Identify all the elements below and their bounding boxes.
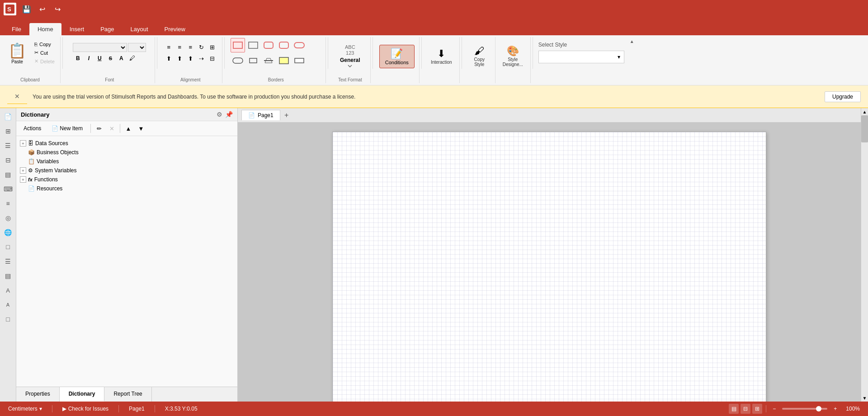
data-sources-expand[interactable]: +	[20, 140, 26, 147]
view-mode-2-button[interactable]: ⊟	[741, 404, 750, 414]
zoom-minus-button[interactable]: −	[770, 405, 778, 413]
upgrade-button[interactable]: Upgrade	[825, 91, 861, 102]
right-scrollbar[interactable]: ▲ ▼	[861, 108, 868, 402]
check-issues-button[interactable]: ▶ Check for Issues	[60, 405, 111, 413]
dictionary-pin-icon[interactable]: 📌	[225, 111, 233, 118]
underline-button[interactable]: U	[94, 53, 104, 63]
align-center-button[interactable]: ≡	[175, 43, 184, 52]
delete-icon-button[interactable]: ✕	[106, 123, 117, 134]
style-designer-button[interactable]: 🎨 Style Designe...	[499, 44, 527, 69]
shape-wide-button[interactable]	[292, 38, 307, 52]
units-button[interactable]: Centimeters ▾	[5, 405, 45, 413]
shape-rounded-button[interactable]	[261, 38, 276, 52]
cut-button[interactable]: ✂ Cut	[33, 49, 57, 57]
save-button[interactable]: 💾	[20, 2, 33, 16]
align-top-button[interactable]: ⬆	[164, 54, 174, 64]
select-style-dropdown[interactable]: ▾	[538, 51, 624, 63]
tree-item-data-sources[interactable]: + 🗄 Data Sources	[18, 139, 236, 148]
zoom-slider[interactable]	[782, 408, 827, 410]
tree-item-system-variables[interactable]: + ⚙ System Variables	[18, 166, 236, 175]
tab-dictionary[interactable]: Dictionary	[60, 387, 105, 402]
more-align2-button[interactable]: ⊟	[207, 54, 217, 64]
tab-page[interactable]: Page	[92, 23, 122, 35]
new-item-button[interactable]: 📄 New Item	[48, 124, 88, 133]
font-highlight-button[interactable]: 🖊	[127, 53, 137, 63]
left-icon-grid[interactable]: ⊞	[1, 124, 15, 138]
align-middle-button[interactable]: ⬆	[175, 54, 184, 64]
actions-button[interactable]: Actions	[20, 124, 46, 133]
left-icon-a1[interactable]: A	[1, 284, 15, 297]
tab-layout[interactable]: Layout	[123, 23, 156, 35]
bold-button[interactable]: B	[73, 53, 83, 63]
scroll-thumb[interactable]	[861, 115, 868, 142]
paste-button[interactable]: 📋 Paste	[4, 40, 31, 66]
interaction-button[interactable]: ⬇ Interaction	[427, 47, 456, 66]
move-down-button[interactable]: ▼	[136, 123, 146, 134]
strikethrough-button[interactable]: S	[105, 53, 115, 63]
font-size-select[interactable]	[128, 43, 146, 52]
tree-item-functions[interactable]: + fx Functions	[18, 175, 236, 184]
shape-small-button[interactable]	[246, 53, 260, 68]
dictionary-settings-icon[interactable]: ⚙	[217, 111, 222, 118]
left-icon-table[interactable]: ▤	[1, 168, 15, 181]
edit-icon-button[interactable]: ✏	[94, 123, 104, 134]
color-fill-button[interactable]	[261, 53, 276, 68]
left-icon-square[interactable]: □	[1, 240, 15, 254]
copy-style-button[interactable]: 🖌 Copy Style	[468, 44, 491, 69]
page-tab-1[interactable]: 📄 Page1	[241, 110, 280, 120]
border-style-button[interactable]	[292, 53, 307, 68]
tab-home[interactable]: Home	[29, 23, 61, 35]
tab-report-tree[interactable]: Report Tree	[104, 387, 151, 402]
left-icon-circle[interactable]: ◎	[1, 211, 15, 225]
ribbon-expand-button[interactable]: ▲	[628, 37, 636, 83]
left-icon-lines2[interactable]: ☰	[1, 255, 15, 268]
tree-item-resources[interactable]: 📄 Resources	[18, 184, 236, 193]
undo-button[interactable]: ↩	[35, 2, 49, 16]
left-icon-keyboard[interactable]: ⌨	[1, 182, 15, 196]
align-right-button[interactable]: ≡	[185, 43, 195, 52]
system-variables-expand[interactable]: +	[20, 167, 26, 174]
design-canvas-wrapper[interactable]	[238, 123, 861, 402]
shape-wide2-button[interactable]	[231, 53, 245, 68]
tab-file[interactable]: File	[4, 23, 29, 35]
left-icon-minus[interactable]: ⊟	[1, 153, 15, 167]
align-left-button[interactable]: ≡	[164, 43, 174, 52]
left-icon-rect[interactable]: □	[1, 312, 15, 326]
copy-button[interactable]: ⎘ Copy	[33, 41, 57, 48]
tree-item-variables[interactable]: 📋 Variables	[18, 157, 236, 166]
redo-button[interactable]: ↪	[51, 2, 64, 16]
text-format-button[interactable]: ABC123 General	[335, 43, 365, 71]
tab-preview[interactable]: Preview	[156, 23, 193, 35]
tab-properties[interactable]: Properties	[16, 387, 60, 402]
zoom-plus-button[interactable]: +	[831, 405, 840, 413]
move-up-button[interactable]: ▲	[123, 123, 134, 134]
left-icon-a2[interactable]: A	[1, 298, 15, 312]
conditions-button[interactable]: 📝 Conditions	[379, 45, 415, 68]
left-icon-globe[interactable]: 🌐	[1, 226, 15, 239]
more-align-button[interactable]: ⊞	[207, 43, 217, 52]
italic-button[interactable]: I	[84, 53, 94, 63]
trial-close-button[interactable]: ✕	[7, 89, 27, 104]
shape-rect-button[interactable]	[231, 38, 245, 52]
view-mode-3-button[interactable]: ⊞	[752, 404, 762, 414]
tab-insert[interactable]: Insert	[61, 23, 93, 35]
functions-expand[interactable]: +	[20, 176, 26, 183]
delete-button[interactable]: ✕ Delete	[33, 57, 57, 65]
word-wrap-button[interactable]: ⇢	[196, 54, 206, 64]
left-icon-page[interactable]: 📄	[1, 110, 15, 123]
font-color-button[interactable]: A	[116, 53, 126, 63]
rotate-button[interactable]: ↻	[196, 43, 206, 52]
border-color-button[interactable]	[277, 53, 291, 68]
scroll-up-button[interactable]: ▲	[861, 108, 868, 115]
shape-rounded2-button[interactable]	[277, 38, 291, 52]
scroll-down-button[interactable]: ▼	[861, 394, 868, 402]
font-family-select[interactable]	[73, 43, 127, 52]
shape-rect-outline-button[interactable]	[246, 38, 260, 52]
left-icon-table2[interactable]: ▤	[1, 269, 15, 283]
tree-item-business-objects[interactable]: 📦 Business Objects	[18, 148, 236, 157]
add-page-button[interactable]: +	[281, 110, 292, 121]
align-bottom-button[interactable]: ⬆	[185, 54, 195, 64]
left-icon-lines[interactable]: ≡	[1, 197, 15, 210]
view-mode-1-button[interactable]: ▤	[729, 404, 739, 414]
left-icon-list[interactable]: ☰	[1, 139, 15, 152]
